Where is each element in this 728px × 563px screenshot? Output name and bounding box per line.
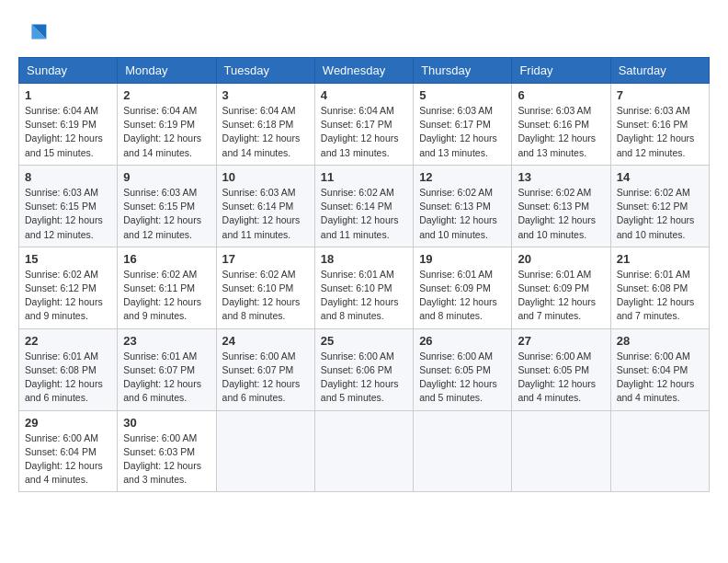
calendar-cell: 17 Sunrise: 6:02 AM Sunset: 6:10 PM Dayl… [216, 247, 314, 328]
calendar-cell: 4 Sunrise: 6:04 AM Sunset: 6:17 PM Dayli… [314, 84, 413, 166]
weekday-header: Friday [512, 58, 610, 84]
day-number: 24 [222, 334, 309, 348]
calendar-cell: 26 Sunrise: 6:00 AM Sunset: 6:05 PM Dayl… [414, 328, 512, 410]
calendar-cell [610, 410, 709, 492]
calendar-cell [512, 410, 610, 492]
day-info: Sunrise: 6:01 AM Sunset: 6:08 PM Dayligh… [617, 268, 703, 324]
calendar-cell: 11 Sunrise: 6:02 AM Sunset: 6:14 PM Dayl… [314, 165, 413, 247]
day-number: 15 [25, 252, 111, 266]
day-info: Sunrise: 6:02 AM Sunset: 6:11 PM Dayligh… [123, 268, 210, 324]
day-number: 14 [617, 170, 703, 184]
day-number: 28 [617, 334, 703, 348]
weekday-header: Tuesday [216, 58, 314, 84]
calendar-cell: 15 Sunrise: 6:02 AM Sunset: 6:12 PM Dayl… [19, 247, 118, 328]
logo-icon [18, 18, 48, 48]
calendar-cell: 13 Sunrise: 6:02 AM Sunset: 6:13 PM Dayl… [512, 165, 610, 247]
weekday-header: Thursday [414, 58, 512, 84]
day-info: Sunrise: 6:00 AM Sunset: 6:03 PM Dayligh… [123, 431, 210, 488]
calendar-cell: 22 Sunrise: 6:01 AM Sunset: 6:08 PM Dayl… [19, 328, 118, 410]
day-number: 22 [25, 334, 111, 348]
calendar-cell: 12 Sunrise: 6:02 AM Sunset: 6:13 PM Dayl… [414, 165, 512, 247]
day-info: Sunrise: 6:01 AM Sunset: 6:09 PM Dayligh… [419, 268, 506, 324]
day-number: 11 [321, 170, 407, 184]
calendar-cell: 27 Sunrise: 6:00 AM Sunset: 6:05 PM Dayl… [512, 328, 610, 410]
day-info: Sunrise: 6:01 AM Sunset: 6:10 PM Dayligh… [321, 268, 407, 324]
day-number: 26 [419, 334, 506, 348]
day-info: Sunrise: 6:00 AM Sunset: 6:04 PM Dayligh… [25, 431, 111, 488]
calendar-cell: 8 Sunrise: 6:03 AM Sunset: 6:15 PM Dayli… [19, 165, 118, 247]
day-number: 27 [518, 334, 604, 348]
calendar-cell: 2 Sunrise: 6:04 AM Sunset: 6:19 PM Dayli… [118, 84, 216, 166]
day-info: Sunrise: 6:02 AM Sunset: 6:12 PM Dayligh… [617, 186, 703, 242]
day-info: Sunrise: 6:04 AM Sunset: 6:19 PM Dayligh… [25, 104, 111, 160]
calendar-cell: 3 Sunrise: 6:04 AM Sunset: 6:18 PM Dayli… [216, 84, 314, 166]
calendar-cell: 25 Sunrise: 6:00 AM Sunset: 6:06 PM Dayl… [314, 328, 413, 410]
day-info: Sunrise: 6:04 AM Sunset: 6:18 PM Dayligh… [222, 104, 309, 160]
day-number: 12 [419, 170, 506, 184]
day-info: Sunrise: 6:01 AM Sunset: 6:09 PM Dayligh… [518, 268, 604, 324]
day-number: 17 [222, 252, 309, 266]
calendar-cell: 16 Sunrise: 6:02 AM Sunset: 6:11 PM Dayl… [118, 247, 216, 328]
calendar-cell: 6 Sunrise: 6:03 AM Sunset: 6:16 PM Dayli… [512, 84, 610, 166]
day-info: Sunrise: 6:02 AM Sunset: 6:13 PM Dayligh… [419, 186, 506, 242]
day-info: Sunrise: 6:00 AM Sunset: 6:07 PM Dayligh… [222, 350, 309, 406]
day-info: Sunrise: 6:02 AM Sunset: 6:12 PM Dayligh… [25, 268, 111, 324]
day-number: 2 [123, 88, 210, 102]
calendar-cell: 20 Sunrise: 6:01 AM Sunset: 6:09 PM Dayl… [512, 247, 610, 328]
day-info: Sunrise: 6:03 AM Sunset: 6:17 PM Dayligh… [419, 104, 506, 160]
calendar-table: SundayMondayTuesdayWednesdayThursdayFrid… [18, 57, 710, 492]
day-number: 9 [123, 170, 210, 184]
day-info: Sunrise: 6:00 AM Sunset: 6:05 PM Dayligh… [518, 350, 604, 406]
calendar-cell: 30 Sunrise: 6:00 AM Sunset: 6:03 PM Dayl… [118, 410, 216, 492]
calendar-cell: 1 Sunrise: 6:04 AM Sunset: 6:19 PM Dayli… [19, 84, 118, 166]
day-info: Sunrise: 6:00 AM Sunset: 6:04 PM Dayligh… [617, 350, 703, 406]
calendar-cell: 18 Sunrise: 6:01 AM Sunset: 6:10 PM Dayl… [314, 247, 413, 328]
day-number: 19 [419, 252, 506, 266]
day-number: 8 [25, 170, 111, 184]
day-number: 3 [222, 88, 309, 102]
weekday-header: Monday [118, 58, 216, 84]
calendar-cell: 10 Sunrise: 6:03 AM Sunset: 6:14 PM Dayl… [216, 165, 314, 247]
day-info: Sunrise: 6:02 AM Sunset: 6:13 PM Dayligh… [518, 186, 604, 242]
day-info: Sunrise: 6:00 AM Sunset: 6:06 PM Dayligh… [321, 350, 407, 406]
day-number: 21 [617, 252, 703, 266]
page-header [18, 18, 710, 48]
day-number: 20 [518, 252, 604, 266]
calendar-cell: 9 Sunrise: 6:03 AM Sunset: 6:15 PM Dayli… [118, 165, 216, 247]
day-number: 13 [518, 170, 604, 184]
day-number: 5 [419, 88, 506, 102]
calendar-cell: 5 Sunrise: 6:03 AM Sunset: 6:17 PM Dayli… [414, 84, 512, 166]
day-info: Sunrise: 6:02 AM Sunset: 6:14 PM Dayligh… [321, 186, 407, 242]
calendar-cell: 29 Sunrise: 6:00 AM Sunset: 6:04 PM Dayl… [19, 410, 118, 492]
day-info: Sunrise: 6:02 AM Sunset: 6:10 PM Dayligh… [222, 268, 309, 324]
day-info: Sunrise: 6:00 AM Sunset: 6:05 PM Dayligh… [419, 350, 506, 406]
day-info: Sunrise: 6:01 AM Sunset: 6:08 PM Dayligh… [25, 350, 111, 406]
weekday-header: Sunday [19, 58, 118, 84]
calendar-cell: 28 Sunrise: 6:00 AM Sunset: 6:04 PM Dayl… [610, 328, 709, 410]
day-number: 4 [321, 88, 407, 102]
calendar-cell [216, 410, 314, 492]
day-number: 18 [321, 252, 407, 266]
day-info: Sunrise: 6:03 AM Sunset: 6:15 PM Dayligh… [123, 186, 210, 242]
day-info: Sunrise: 6:03 AM Sunset: 6:16 PM Dayligh… [617, 104, 703, 160]
logo [18, 18, 51, 48]
weekday-header: Saturday [610, 58, 709, 84]
day-number: 10 [222, 170, 309, 184]
day-info: Sunrise: 6:04 AM Sunset: 6:17 PM Dayligh… [321, 104, 407, 160]
day-number: 7 [617, 88, 703, 102]
calendar-cell: 14 Sunrise: 6:02 AM Sunset: 6:12 PM Dayl… [610, 165, 709, 247]
calendar-cell [314, 410, 413, 492]
day-number: 6 [518, 88, 604, 102]
calendar-cell: 21 Sunrise: 6:01 AM Sunset: 6:08 PM Dayl… [610, 247, 709, 328]
calendar-cell: 7 Sunrise: 6:03 AM Sunset: 6:16 PM Dayli… [610, 84, 709, 166]
day-info: Sunrise: 6:01 AM Sunset: 6:07 PM Dayligh… [123, 350, 210, 406]
weekday-header: Wednesday [314, 58, 413, 84]
day-number: 30 [123, 416, 210, 430]
day-number: 29 [25, 416, 111, 430]
calendar-cell: 19 Sunrise: 6:01 AM Sunset: 6:09 PM Dayl… [414, 247, 512, 328]
calendar-cell: 23 Sunrise: 6:01 AM Sunset: 6:07 PM Dayl… [118, 328, 216, 410]
calendar-cell: 24 Sunrise: 6:00 AM Sunset: 6:07 PM Dayl… [216, 328, 314, 410]
day-info: Sunrise: 6:04 AM Sunset: 6:19 PM Dayligh… [123, 104, 210, 160]
day-number: 23 [123, 334, 210, 348]
day-number: 25 [321, 334, 407, 348]
